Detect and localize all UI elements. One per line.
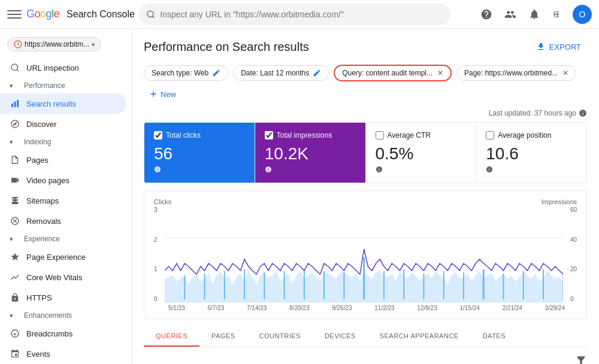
metric-card-avg-ctr[interactable]: Average CTR 0.5% [366,123,477,183]
info-icon [265,166,272,173]
metric-card-total-clicks[interactable]: Total clicks 56 [144,123,255,183]
metric-info-clicks [154,166,245,174]
metric-checkbox-position[interactable] [486,131,494,139]
topbar-left: Google Search Console [7,7,139,22]
new-filter-label: New [161,90,176,99]
y-axis-left-3: 3 [154,207,158,213]
notifications-button[interactable] [525,5,544,24]
filter-date[interactable]: Date: Last 12 months [233,65,329,81]
tabs-row: QUERIES PAGES COUNTRIES DEVICES SEARCH A… [144,326,587,347]
sidebar-item-breadcrumbs[interactable]: Breadcrumbs [0,323,126,344]
metric-checkbox-clicks[interactable] [154,131,162,139]
chart-y-label-left: Clicks [154,198,171,205]
search-bar[interactable] [139,4,450,25]
sidebar-section-enhancements-label: Enhancements [24,311,72,320]
search-icon [10,62,20,73]
users-button[interactable] [501,5,520,24]
breadcrumbs-icon [10,328,20,339]
sidebar-item-video-pages[interactable]: Video pages [0,170,126,190]
tab-devices[interactable]: DEVICES [313,326,368,347]
export-label: EXPORT [549,43,581,51]
svg-rect-5 [11,104,13,107]
apps-icon [552,8,564,20]
metric-checkbox-impressions[interactable] [265,131,273,139]
info-icon [376,166,383,173]
metric-info-ctr [376,166,467,174]
y-axis-left-2: 2 [154,236,158,243]
sidebar-item-removals[interactable]: Removals [0,211,126,231]
sidebar-item-video-pages-label: Video pages [26,176,69,185]
sidebar-item-search-results-label: Search results [26,99,76,108]
sidebar-section-indexing[interactable]: ▾ Indexing [0,134,131,150]
sidebar-item-https[interactable]: HTTPS [0,287,126,308]
filter-query-label: Query: content audit templ... [342,69,432,77]
tab-countries[interactable]: COUNTRIES [247,326,313,347]
main-layout: https://www.orbitm... ▾ URL inspection ▾… [0,29,599,364]
svg-rect-7 [17,100,19,107]
chevron-down-icon: ▾ [10,312,19,320]
users-icon [504,8,516,20]
metric-value-impressions: 10.2K [265,144,356,163]
sidebar-item-events[interactable]: Events [0,344,126,364]
sidebar-section-experience[interactable]: ▾ Experience [0,231,131,247]
sidebar-item-sitemaps-label: Sitemaps [26,196,59,205]
search-input[interactable] [160,10,443,19]
x-label-1: 6/7/23 [208,305,225,311]
chart-svg [165,207,563,302]
y-axis-right-20: 20 [570,266,577,272]
sidebar-item-pages-label: Pages [26,156,49,165]
content-header: Performance on Search results EXPORT [144,38,587,55]
tab-dates[interactable]: DATES [471,326,518,347]
chevron-down-icon: ▾ [92,41,95,48]
tab-search-appearance[interactable]: SEARCH APPEARANCE [368,326,471,347]
google-logo: Google [26,8,59,20]
discover-icon [10,119,20,129]
metric-label-ctr: Average CTR [376,131,467,139]
sidebar-item-removals-label: Removals [26,217,61,226]
metric-label-clicks-text: Total clicks [166,131,201,139]
metric-card-total-impressions[interactable]: Total impressions 10.2K [255,123,366,183]
topbar-icons: O [477,5,592,24]
sidebar-item-page-experience[interactable]: Page Experience [0,247,126,267]
metric-label-impressions-text: Total impressions [277,131,332,139]
sidebar-item-search-results[interactable]: Search results [0,93,126,114]
sidebar-item-pages[interactable]: Pages [0,150,126,170]
export-button[interactable]: EXPORT [530,38,587,55]
info-icon [154,166,161,173]
apps-button[interactable] [549,5,568,24]
url-badge[interactable]: https://www.orbitm... ▾ [7,37,101,51]
y-axis-left-0: 0 [154,296,158,302]
close-icon[interactable]: ✕ [562,69,568,77]
tab-queries[interactable]: QUERIES [144,326,199,347]
tab-pages[interactable]: PAGES [199,326,247,347]
avatar-button[interactable]: O [573,5,592,24]
sidebar-item-sitemaps[interactable]: Sitemaps [0,190,126,211]
sidebar-item-discover[interactable]: Discover [0,114,126,134]
filter-icon[interactable] [575,354,587,364]
edit-icon [212,69,220,77]
metric-info-impressions [265,166,356,174]
filter-search-type[interactable]: Search type: Web [144,65,228,81]
help-button[interactable] [477,5,496,24]
url-selector[interactable]: https://www.orbitm... ▾ [0,34,131,55]
sidebar-item-core-web-vitals-label: Core Web Vitals [26,273,82,282]
x-label-0: 5/1/23 [168,305,185,311]
new-filter-button[interactable]: New [144,86,181,102]
sidebar-section-performance[interactable]: ▾ Performance [0,78,131,93]
metric-label-position: Average position [486,131,577,139]
metric-card-avg-position[interactable]: Average position 10.6 [476,123,586,183]
sidebar-item-core-web-vitals[interactable]: Core Web Vitals [0,267,126,287]
y-axis-right-40: 40 [570,236,577,243]
filter-query[interactable]: Query: content audit templ... ✕ [334,65,452,81]
bell-icon [528,8,540,20]
url-text: https://www.orbitm... [25,40,89,48]
chevron-down-icon: ▾ [10,138,19,146]
filter-page[interactable]: Page: https://www.orbitmed... ✕ [456,65,576,81]
metrics-row: Total clicks 56 Total impressions 10.2K [144,122,587,183]
metric-checkbox-ctr[interactable] [376,131,384,139]
sidebar-section-enhancements[interactable]: ▾ Enhancements [0,308,131,323]
close-icon[interactable]: ✕ [437,69,443,77]
hamburger-menu[interactable] [7,7,22,22]
sidebar-item-url-inspection[interactable]: URL inspection [0,57,126,78]
page-icon [10,154,20,165]
